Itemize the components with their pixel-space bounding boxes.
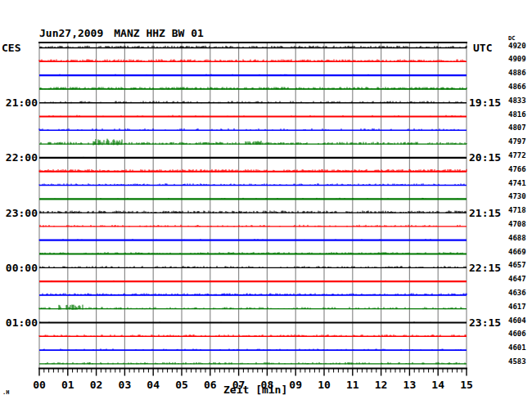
left-time-label: 00:00: [2, 263, 38, 273]
dc-value: 4718: [508, 207, 526, 214]
x-tick-label: 10: [310, 379, 338, 390]
dc-value: 4657: [508, 262, 526, 269]
dc-value: 4647: [508, 276, 526, 283]
left-time-label: 01:00: [2, 317, 38, 328]
dc-value: 4816: [508, 111, 526, 119]
dc-value: 4807: [508, 124, 526, 132]
x-tick-label: 12: [367, 379, 395, 390]
right-time-label: 22:15: [469, 263, 501, 273]
plot-frame: [38, 43, 467, 369]
dc-value: 4920: [508, 43, 526, 50]
dc-value: 4636: [508, 290, 526, 297]
right-time-label: 20:15: [469, 152, 501, 163]
dc-value: 4617: [508, 303, 526, 311]
minute-gridlines: [39, 43, 467, 369]
dc-value: 4583: [508, 358, 526, 366]
dc-value: 4909: [508, 56, 526, 63]
dc-value: 4797: [508, 138, 526, 146]
dc-value: 4833: [508, 97, 526, 105]
left-time-label: 23:00: [2, 208, 38, 218]
x-tick-label: 05: [168, 379, 196, 390]
x-tick-label: 07: [225, 379, 253, 390]
x-tick-label: 13: [395, 379, 423, 390]
dc-value: 4708: [508, 221, 526, 228]
helicorder-screen: Jun27,2009MANZ HHZ BW 01 CES UTC DC Zeit…: [0, 0, 532, 404]
dc-value: 4730: [508, 193, 526, 200]
x-tick-label: 11: [339, 379, 367, 390]
dc-value: 4601: [508, 344, 526, 352]
x-tick-label: 03: [110, 379, 138, 390]
x-tick-label: 04: [139, 379, 167, 390]
dc-value: 4766: [508, 166, 526, 173]
helicorder-plot: [0, 0, 532, 404]
x-tick-label: 15: [453, 379, 480, 390]
dc-value: 4688: [508, 235, 526, 242]
right-time-label: 23:15: [469, 317, 501, 328]
left-time-label: 21:00: [2, 97, 38, 108]
x-tick-label: 01: [54, 379, 82, 390]
right-time-label: 21:15: [469, 208, 501, 218]
dc-value: 4772: [508, 152, 526, 159]
dc-value: 4886: [508, 70, 526, 77]
x-tick-label: 14: [424, 379, 452, 390]
seismogram-traces: [39, 46, 467, 365]
dc-value: 4669: [508, 249, 526, 256]
dc-value: 4866: [508, 83, 526, 91]
x-tick-label: 09: [282, 379, 309, 390]
left-time-label: 22:00: [2, 152, 38, 163]
x-axis-ticks: [39, 369, 467, 376]
dc-value: 4604: [508, 317, 526, 325]
dc-value: 4606: [508, 330, 526, 338]
x-tick-label: 08: [253, 379, 281, 390]
dc-value: 4741: [508, 180, 526, 187]
x-tick-label: 00: [25, 379, 53, 390]
x-tick-label: 02: [83, 379, 110, 390]
x-tick-label: 06: [196, 379, 224, 390]
right-time-label: 19:15: [469, 97, 501, 108]
